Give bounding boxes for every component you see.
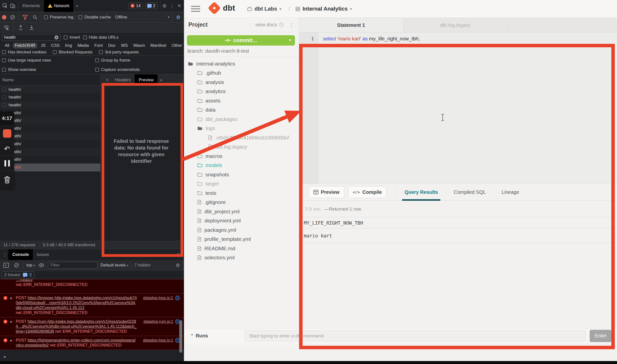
tree-item--github[interactable]: .github [184, 68, 299, 78]
tab-console[interactable]: Console [8, 249, 33, 260]
import-har-icon[interactable] [17, 24, 24, 31]
request-row[interactable]: health/ [0, 86, 100, 94]
project-switcher[interactable]: Internal Analytics ▾ [295, 0, 352, 18]
source-link[interactable]: datadog-rum.js:1 [144, 319, 173, 324]
account-switcher[interactable]: dbt Labs ▾ [247, 0, 281, 18]
error-count-badge[interactable]: ✕ 14 [128, 3, 143, 9]
type-filter-css[interactable]: CSS [49, 43, 62, 49]
project-kebab-menu-icon[interactable]: ⋮ [289, 22, 294, 28]
type-filter-wasm[interactable]: Wasm [131, 43, 147, 49]
console-sidebar-icon[interactable] [2, 262, 10, 269]
record-network-log-icon[interactable] [2, 15, 6, 19]
use-large-request-rows-checkbox[interactable]: Use large request rows [2, 58, 51, 63]
detail-more-tabs-chevron[interactable]: » [158, 74, 165, 86]
close-console-icon[interactable]: ✕ [175, 251, 182, 258]
console-settings-gear-icon[interactable]: ⚙ [174, 262, 181, 269]
tree-item--gitignore[interactable]: .gitignore [184, 198, 299, 207]
delete-recording-button[interactable] [0, 171, 14, 189]
close-devtools-icon[interactable]: ✕ [176, 2, 183, 10]
tab-network[interactable]: Network [44, 0, 73, 12]
console-filter-input[interactable]: Filter [48, 262, 97, 269]
type-filter-js[interactable]: JS [38, 43, 48, 49]
request-url-link[interactable]: …/health/ [16, 279, 137, 282]
request-row[interactable]: health/ [0, 101, 100, 109]
clear-filter-icon[interactable]: ✕ [54, 35, 58, 39]
source-link[interactable]: datadog-logs.js:1 [143, 338, 173, 343]
tree-item-deployment-yml[interactable]: deployment.yml [184, 216, 299, 226]
pause-recording-button[interactable] [0, 156, 14, 171]
hamburger-menu-icon[interactable] [191, 6, 200, 12]
issue-count-badge[interactable]: 2 [145, 3, 158, 9]
settings-gear-icon[interactable]: ⚙ [161, 2, 168, 10]
disable-cache-checkbox[interactable]: Disable cache [78, 15, 111, 20]
filter-icon[interactable] [21, 14, 29, 21]
tree-item-tests[interactable]: tests [184, 188, 299, 198]
runs-toggle[interactable]: ⌃Runs [190, 333, 208, 339]
type-filter-fetchxhr[interactable]: Fetch/XHR [13, 43, 37, 49]
show-overview-checkbox[interactable]: Show overview [2, 67, 36, 72]
tree-item-analytics[interactable]: analytics [184, 87, 299, 96]
log-levels-select[interactable]: Default levels ▾ [100, 263, 128, 268]
hide-data-urls-checkbox[interactable]: Hide data URLs [83, 35, 119, 40]
blocked-requests-checkbox[interactable]: Blocked Requests [53, 50, 92, 55]
tree-item-dbt-project-yml[interactable]: dbt_project.yml [184, 207, 299, 216]
type-filter-ws[interactable]: WS [119, 43, 130, 49]
invert-checkbox[interactable]: Invert [64, 35, 80, 40]
type-filter-doc[interactable]: Doc [106, 43, 118, 49]
third-party-requests-checkbox[interactable]: 3rd-party requests [99, 50, 139, 55]
issues-summary-chip[interactable]: 2 Issues: 2 [1, 271, 35, 278]
tree-item-dbt-log-legacy[interactable]: dbt.log.legacy [184, 142, 299, 152]
request-row[interactable]: health/ [0, 140, 100, 148]
expand-triangle-icon[interactable]: ▶ [10, 296, 12, 300]
dbt-command-input[interactable]: Start typing to enter a dbt command [245, 331, 586, 341]
tree-item-assets[interactable]: assets [184, 96, 299, 105]
request-row[interactable]: health/ [0, 132, 100, 140]
type-filter-font[interactable]: Font [92, 43, 105, 49]
type-filter-manifest[interactable]: Manifest [148, 43, 168, 49]
tree-item-readme-md[interactable]: README.md [184, 244, 299, 253]
enter-button[interactable]: Enter [590, 330, 611, 342]
request-row[interactable]: health/ [0, 125, 100, 132]
request-row[interactable]: health/ [0, 156, 100, 164]
type-filter-media[interactable]: Media [75, 43, 91, 49]
network-settings-gear-icon[interactable]: ⚙ [175, 14, 182, 21]
sql-editor[interactable]: 1 select 'mario kart' as my_life_right_n… [299, 33, 617, 183]
tree-item-internal-analytics[interactable]: internal-analytics [184, 59, 299, 68]
request-row[interactable]: health/ [0, 109, 100, 117]
export-har-icon[interactable] [28, 24, 35, 31]
preview-button[interactable]: Preview [309, 186, 344, 198]
device-toolbar-icon[interactable] [9, 2, 16, 10]
console-prompt[interactable]: > [3, 354, 6, 359]
request-row[interactable]: health/ [0, 94, 100, 101]
view-docs-link[interactable]: view docs ? [255, 22, 284, 28]
group-by-frame-checkbox[interactable]: Group by frame [95, 58, 130, 63]
context-selector[interactable]: top ▾ [26, 263, 35, 268]
tab-dbt-log-legacy[interactable]: dbt.log.legacy [403, 18, 507, 32]
tab-preview[interactable]: Preview [135, 74, 157, 86]
eye-live-expression-icon[interactable] [38, 262, 45, 269]
tree-item--nfs0c3665c416bfecb1000000cf[interactable]: .nfs0c3665c416bfecb1000000cf [184, 133, 299, 142]
type-filter-other[interactable]: Other [169, 43, 184, 49]
request-url-link[interactable]: https://browser-http-intake.logs.datadog… [16, 296, 137, 310]
search-icon[interactable] [31, 14, 39, 21]
source-link[interactable]: datadog-logs.js:1 [143, 296, 173, 300]
tab-lineage[interactable]: Lineage [502, 184, 519, 201]
tab-compiled-sql[interactable]: Compiled SQL [454, 184, 486, 201]
throttling-chevron-icon[interactable]: ▾ [168, 15, 169, 19]
console-scrollbar[interactable] [179, 320, 182, 353]
clear-network-log-icon[interactable] [9, 14, 16, 21]
tree-item-data[interactable]: data [184, 105, 299, 115]
preserve-log-checkbox[interactable]: Preserve log [44, 15, 73, 20]
more-tabs-chevron[interactable]: » [73, 0, 80, 12]
close-detail-icon[interactable]: × [104, 76, 111, 84]
expand-triangle-icon[interactable]: ▶ [10, 338, 12, 343]
tab-query-results[interactable]: Query Results [404, 184, 438, 201]
tab-elements[interactable]: Elements [18, 0, 44, 12]
tab-statement-1[interactable]: Statement 1 [299, 18, 403, 32]
network-filter-input[interactable]: health ✕ [2, 34, 61, 41]
has-blocked-cookies-checkbox[interactable]: Has blocked cookies [2, 50, 46, 55]
tree-item-selectors-yml[interactable]: selectors.yml [184, 253, 299, 263]
request-row[interactable]: health/ [0, 117, 100, 125]
type-filter-all[interactable]: All [2, 43, 12, 49]
tree-item-target[interactable]: target [184, 179, 299, 189]
